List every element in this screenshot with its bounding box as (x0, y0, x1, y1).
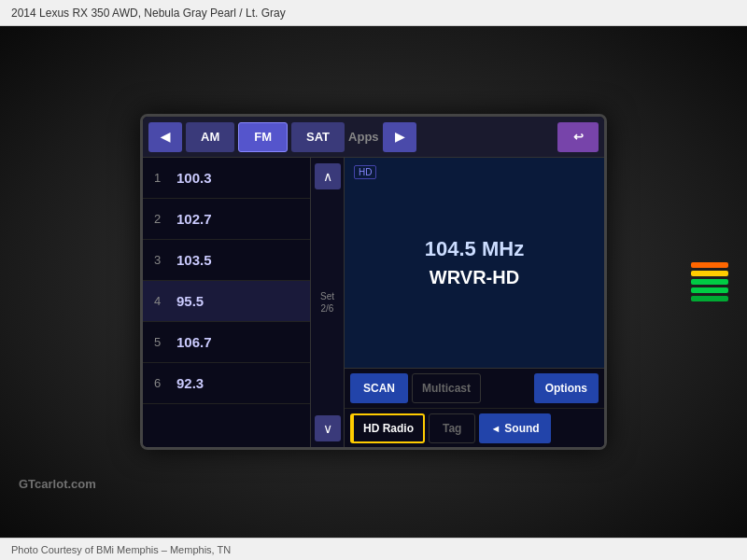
station-num-2: 2 (154, 212, 165, 226)
station-list: 1 100.3 2 102.7 3 103.5 4 95.5 (143, 158, 311, 447)
decor-bar-1 (691, 262, 728, 268)
hd-radio-button[interactable]: HD Radio (350, 413, 425, 443)
station-num-4: 4 (154, 294, 165, 308)
scroll-column: ∧ Set 2/6 ∨ (311, 158, 345, 447)
station-item-2[interactable]: 2 102.7 (143, 199, 310, 240)
photo-frame: 2014 Lexus RX 350 AWD, Nebula Gray Pearl… (0, 0, 747, 560)
decorative-bars (691, 262, 728, 301)
station-item-1[interactable]: 1 100.3 (143, 158, 310, 199)
frequency-value: 104.5 MHz (425, 237, 524, 261)
station-freq-1: 100.3 (176, 170, 212, 186)
station-item-5[interactable]: 5 106.7 (143, 322, 310, 363)
right-panel: HD 104.5 MHz WRVR-HD SCAN Multicast Opti… (345, 158, 604, 447)
station-item-4[interactable]: 4 95.5 (143, 281, 310, 322)
station-num-1: 1 (154, 171, 165, 185)
station-num-6: 6 (154, 376, 165, 390)
station-freq-5: 106.7 (176, 334, 212, 350)
tab-fm[interactable]: FM (238, 122, 288, 152)
set-info: Set 2/6 (320, 290, 334, 315)
sound-label: Sound (504, 422, 539, 435)
nav-tabs: ◀ AM FM SAT Apps ▶ ↩ (143, 117, 604, 158)
bottom-bar: Photo Courtesy of BMi Memphis – Memphis,… (0, 538, 747, 560)
bottom-buttons: SCAN Multicast Options (345, 369, 604, 408)
decor-bar-5 (691, 296, 728, 301)
set-label: Set (320, 291, 334, 301)
decor-bar-3 (691, 279, 728, 285)
decor-bar-2 (691, 271, 728, 276)
station-freq-6: 92.3 (176, 375, 204, 391)
watermark: GTcarlot.com (19, 477, 96, 491)
scan-button[interactable]: SCAN (350, 373, 408, 403)
nav-return-button[interactable]: ↩ (557, 122, 599, 152)
set-value: 2/6 (321, 303, 334, 314)
tag-button: Tag (429, 413, 475, 443)
scroll-up-button[interactable]: ∧ (315, 163, 341, 189)
tab-sat[interactable]: SAT (291, 122, 345, 152)
station-freq-2: 102.7 (176, 211, 212, 227)
speaker-icon: ◄ (490, 423, 500, 434)
photo-credit: Photo Courtesy of BMi Memphis – Memphis,… (11, 544, 231, 555)
bottom-buttons-2: HD Radio Tag ◄ Sound (345, 408, 604, 447)
station-freq-4: 95.5 (176, 293, 204, 309)
nav-back-button[interactable]: ◀ (148, 122, 182, 152)
page-title: 2014 Lexus RX 350 AWD, Nebula Gray Pearl… (11, 7, 286, 20)
station-name: WRVR-HD (430, 267, 519, 288)
frequency-display: HD 104.5 MHz WRVR-HD (345, 158, 604, 369)
nav-forward-button[interactable]: ▶ (383, 122, 416, 152)
screen-bezel: ◀ AM FM SAT Apps ▶ ↩ 1 100.3 2 (140, 114, 607, 450)
decor-bar-4 (691, 287, 728, 293)
station-num-3: 3 (154, 253, 165, 267)
car-interior: ◀ AM FM SAT Apps ▶ ↩ 1 100.3 2 (0, 26, 747, 538)
top-bar: 2014 Lexus RX 350 AWD, Nebula Gray Pearl… (0, 0, 747, 26)
station-freq-3: 103.5 (176, 252, 212, 268)
station-item-3[interactable]: 3 103.5 (143, 240, 310, 281)
sound-button[interactable]: ◄ Sound (479, 413, 550, 443)
scroll-down-button[interactable]: ∨ (315, 415, 341, 441)
tab-am[interactable]: AM (186, 122, 234, 152)
hd-badge: HD (354, 165, 376, 179)
options-button[interactable]: Options (534, 373, 599, 403)
station-item-6[interactable]: 6 92.3 (143, 363, 310, 404)
main-content: 1 100.3 2 102.7 3 103.5 4 95.5 (143, 158, 604, 447)
multicast-button: Multicast (412, 373, 481, 403)
tab-apps[interactable]: Apps (348, 122, 379, 152)
station-num-5: 5 (154, 335, 165, 349)
